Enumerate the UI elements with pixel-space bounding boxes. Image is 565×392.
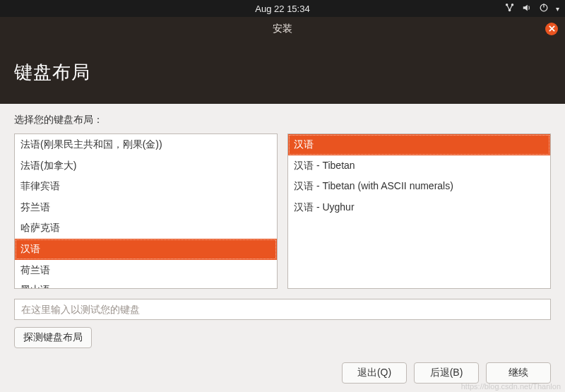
list-item[interactable]: 菲律宾语 [15,176,277,197]
variant-listbox[interactable]: 汉语 汉语 - Tibetan 汉语 - Tibetan (with ASCII… [287,133,551,289]
list-item[interactable]: 芬兰语 [15,197,277,218]
list-item[interactable]: 荷兰语 [15,260,277,281]
svg-rect-4 [543,4,544,7]
system-topbar: Aug 22 15:34 ▾ [0,0,565,17]
network-icon[interactable] [505,3,515,15]
window-titlebar: 安装 [0,17,565,40]
power-icon[interactable] [539,3,549,15]
list-item[interactable]: 汉语 - Uyghur [288,197,550,218]
list-item[interactable]: 汉语 [15,239,277,260]
page-title: 键盘布局 [14,60,90,85]
list-item[interactable]: 汉语 - Tibetan [288,155,550,177]
list-item[interactable]: 哈萨克语 [15,218,277,239]
topbar-datetime: Aug 22 15:34 [255,4,309,14]
back-button[interactable]: 后退(B) [414,362,479,384]
system-tray: ▾ [505,0,559,17]
layout-lists: 法语(刚果民主共和国，刚果(金)) 法语(加拿大) 菲律宾语 芬兰语 哈萨克语 … [14,133,551,289]
list-item[interactable]: 汉语 - Tibetan (with ASCII numerals) [288,176,550,197]
prompt-label: 选择您的键盘布局： [14,114,551,126]
continue-button[interactable]: 继续 [486,362,551,384]
list-item[interactable]: 法语(刚果民主共和国，刚果(金)) [15,134,277,155]
test-input-row [14,299,551,320]
detect-row: 探测键盘布局 [14,327,551,348]
close-icon [549,25,555,32]
language-listbox[interactable]: 法语(刚果民主共和国，刚果(金)) 法语(加拿大) 菲律宾语 芬兰语 哈萨克语 … [14,133,278,289]
content-area: 选择您的键盘布局： 法语(刚果民主共和国，刚果(金)) 法语(加拿大) 菲律宾语… [0,104,565,348]
list-item[interactable]: 汉语 [288,134,550,155]
list-item[interactable]: 法语(加拿大) [15,155,277,177]
detect-layout-button[interactable]: 探测键盘布局 [14,327,92,348]
page-header: 键盘布局 [0,40,565,104]
volume-icon[interactable] [522,3,532,15]
chevron-down-icon[interactable]: ▾ [556,5,559,13]
window-close-button[interactable] [545,23,558,35]
list-item[interactable]: 黑山语 [15,280,277,288]
footer-buttons: 退出(Q) 后退(B) 继续 [342,362,551,384]
window-title: 安装 [273,23,292,35]
test-keyboard-input[interactable] [14,299,551,320]
quit-button[interactable]: 退出(Q) [342,362,407,384]
